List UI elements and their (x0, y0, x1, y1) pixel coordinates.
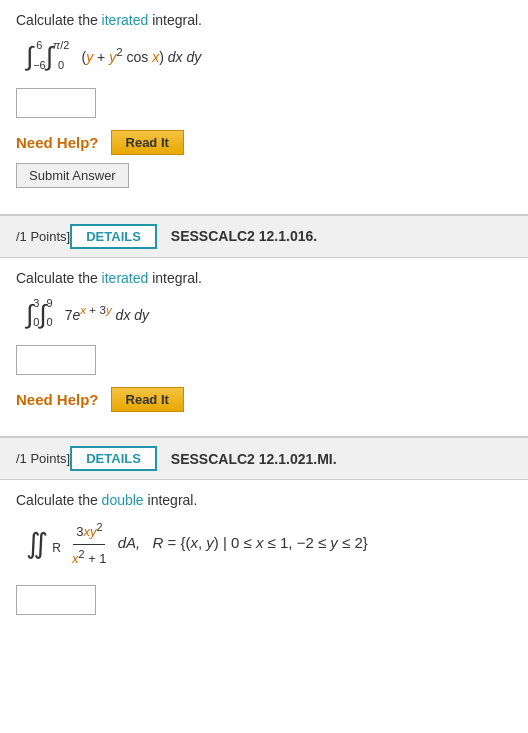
problem-id-2: SESSCALC2 12.1.016. (171, 228, 317, 244)
integrand-2: 7ex + 3y dx dy (65, 307, 149, 323)
instruction-2: Calculate the iterated integral. (16, 270, 512, 286)
need-help-label-1: Need Help? (16, 134, 99, 151)
outer-integral-2: ∫ (26, 298, 33, 328)
details-button-3[interactable]: DETAILS (70, 446, 157, 471)
section-2-header: /1 Points] DETAILS SESSCALC2 12.1.016. (0, 215, 528, 258)
math-display-3: ∬ R 3xy2 x2 + 1 dA, R = {(x, y) | 0 ≤ x … (26, 518, 512, 570)
double-word-3: double (102, 492, 144, 508)
integrand-frac: 3xy2 x2 + 1 (69, 518, 110, 570)
inner-upper-1: π/2 (53, 36, 70, 56)
read-it-button-2[interactable]: Read It (111, 387, 184, 412)
points-label-3: /1 Points] (16, 451, 70, 466)
section-2: Calculate the iterated integral. ∫30∫90 … (0, 258, 528, 437)
inner-lower-1: 0 (58, 56, 64, 76)
answer-input-1[interactable] (16, 88, 96, 118)
section-3: Calculate the double integral. ∬ R 3xy2 … (0, 480, 528, 642)
math-display-1: ∫6−6∫π/20 (y + y2 cos x) dx dy (26, 36, 512, 76)
instruction-1: Calculate the iterated integral. (16, 12, 512, 28)
inner-integral-1: ∫ (46, 41, 53, 71)
section-3-header: /1 Points] DETAILS SESSCALC2 12.1.021.MI… (0, 437, 528, 480)
inner-lower-2: 0 (46, 313, 52, 333)
section-1: Calculate the iterated integral. ∫6−6∫π/… (0, 0, 528, 214)
read-it-button-1[interactable]: Read It (111, 130, 184, 155)
frac-numerator: 3xy2 (73, 518, 105, 545)
need-help-row-2: Need Help? Read It (16, 387, 512, 412)
need-help-row-1: Need Help? Read It (16, 130, 512, 155)
iterated-word-1: iterated (102, 12, 149, 28)
integrand-1: (y + y2 cos x) dx dy (82, 49, 202, 65)
instruction-3: Calculate the double integral. (16, 492, 512, 508)
outer-lower-1: −6 (33, 56, 46, 76)
answer-input-2[interactable] (16, 345, 96, 375)
problem-id-3: SESSCALC2 12.1.021.MI. (171, 451, 337, 467)
details-button-2[interactable]: DETAILS (70, 224, 157, 249)
inner-upper-2: 9 (46, 294, 52, 314)
da-text: dA, (118, 534, 141, 551)
outer-integral-1: ∫ (26, 41, 33, 71)
submit-button-1[interactable]: Submit Answer (16, 163, 129, 188)
double-integral-sym: ∬ (26, 528, 48, 559)
submit-row-1: Submit Answer (16, 163, 512, 198)
inner-integral-2: ∫ (39, 298, 46, 328)
outer-upper-1: 6 (36, 36, 42, 56)
frac-denominator: x2 + 1 (69, 545, 110, 571)
need-help-label-2: Need Help? (16, 391, 99, 408)
region-def: R = {(x, y) | 0 ≤ x ≤ 1, −2 ≤ y ≤ 2} (152, 534, 367, 551)
math-display-2: ∫30∫90 7ex + 3y dx dy (26, 294, 512, 334)
points-label-2: /1 Points] (16, 229, 70, 244)
answer-input-3[interactable] (16, 585, 96, 615)
region-sub: R (52, 541, 61, 555)
iterated-word-2: iterated (102, 270, 149, 286)
